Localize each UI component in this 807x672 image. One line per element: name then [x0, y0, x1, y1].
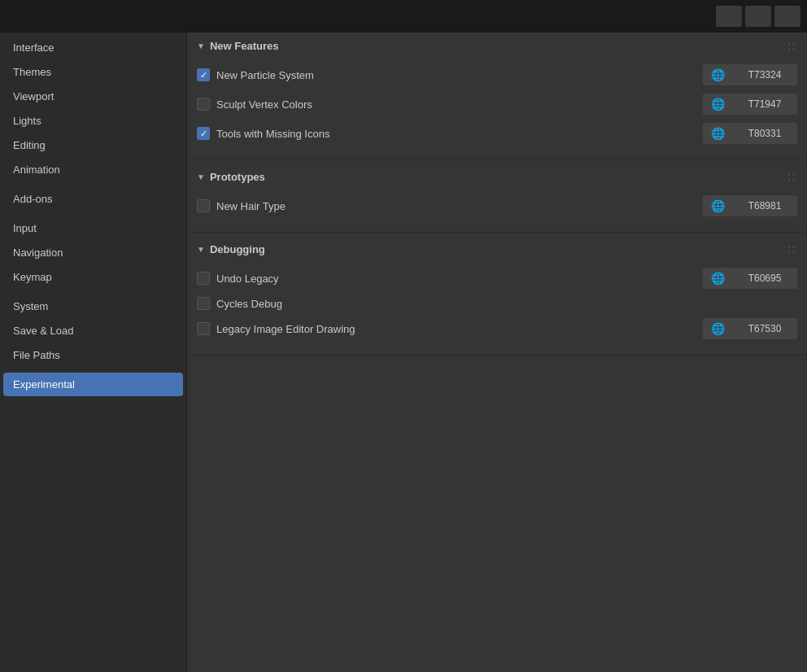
feature-label-new-hair-type: New Hair Type [216, 200, 703, 212]
feature-row-new-particle-system: ✓New Particle System🌐T73324 [194, 60, 800, 89]
globe-button-legacy-image-editor[interactable]: 🌐 [703, 318, 732, 339]
checkbox-sculpt-vertex-colors[interactable] [197, 98, 210, 111]
sidebar-item-viewport[interactable]: Viewport [3, 85, 183, 108]
sidebar-item-experimental[interactable]: Experimental [3, 373, 183, 396]
feature-row-undo-legacy: Undo Legacy🌐T60695 [194, 264, 800, 293]
sidebar-item-lights[interactable]: Lights [3, 109, 183, 133]
sidebar-item-system[interactable]: System [3, 295, 183, 318]
checkbox-undo-legacy[interactable] [197, 272, 210, 285]
maximize-button[interactable] [745, 6, 771, 27]
feature-link-new-hair-type: 🌐T68981 [703, 195, 797, 216]
sidebar-item-editing[interactable]: Editing [3, 133, 183, 157]
section-debugging: ▼ Debugging :: Undo Legacy🌐T60695Cycles … [187, 236, 807, 351]
main-content: ▼ New Features :: ✓New Particle System🌐T… [187, 33, 807, 672]
checkbox-new-hair-type[interactable] [197, 199, 210, 212]
section-title: Prototypes [210, 171, 265, 183]
section-dots-icon: :: [787, 170, 797, 183]
feature-link-legacy-image-editor: 🌐T67530 [703, 318, 797, 339]
feature-label-new-particle-system: New Particle System [216, 69, 703, 81]
sidebar-item-navigation[interactable]: Navigation [3, 241, 183, 264]
title-bar-left [7, 7, 31, 25]
ticket-button-sculpt-vertex-colors[interactable]: T71947 [732, 94, 797, 115]
section-prototypes: ▼ Prototypes :: New Hair Type🌐T68981 [187, 164, 807, 229]
section-new-features: ▼ New Features :: ✓New Particle System🌐T… [187, 33, 807, 156]
sidebar: InterfaceThemesViewportLightsEditingAnim… [0, 33, 187, 672]
feature-link-new-particle-system: 🌐T73324 [703, 64, 797, 85]
feature-link-sculpt-vertex-colors: 🌐T71947 [703, 94, 797, 115]
feature-label-cycles-debug: Cycles Debug [216, 298, 797, 310]
sidebar-footer [3, 643, 183, 669]
sidebar-item-input[interactable]: Input [3, 216, 183, 240]
section-header-left: ▼ Prototypes [197, 171, 265, 183]
ticket-button-tools-missing-icons[interactable]: T80331 [732, 123, 797, 144]
feature-row-sculpt-vertex-colors: Sculpt Vertex Colors🌐T71947 [194, 89, 800, 119]
hamburger-button[interactable] [7, 656, 20, 662]
checkbox-tools-missing-icons[interactable]: ✓ [197, 127, 210, 140]
section-dots-icon: :: [787, 39, 797, 52]
section-header-left: ▼ Debugging [197, 243, 265, 255]
section-header-new-features[interactable]: ▼ New Features :: [187, 33, 807, 59]
feature-label-undo-legacy: Undo Legacy [216, 273, 703, 285]
section-divider [187, 355, 807, 356]
globe-button-new-particle-system[interactable]: 🌐 [703, 64, 732, 85]
section-divider [187, 232, 807, 233]
section-arrow-icon: ▼ [197, 245, 205, 254]
ticket-button-new-particle-system[interactable]: T73324 [732, 64, 797, 85]
globe-button-new-hair-type[interactable]: 🌐 [703, 195, 732, 216]
section-body-prototypes: New Hair Type🌐T68981 [187, 190, 807, 222]
section-header-debugging[interactable]: ▼ Debugging :: [187, 236, 807, 262]
sidebar-item-keymap[interactable]: Keymap [3, 265, 183, 289]
app-body: InterfaceThemesViewportLightsEditingAnim… [0, 33, 807, 672]
sidebar-item-animation[interactable]: Animation [3, 158, 183, 181]
feature-label-tools-missing-icons: Tools with Missing Icons [216, 128, 703, 140]
minimize-button[interactable] [716, 6, 742, 27]
ticket-button-undo-legacy[interactable]: T60695 [732, 268, 797, 289]
feature-row-tools-missing-icons: ✓Tools with Missing Icons🌐T80331 [194, 119, 800, 148]
blender-logo [7, 7, 24, 25]
sidebar-item-themes[interactable]: Themes [3, 60, 183, 84]
section-dots-icon: :: [787, 242, 797, 255]
globe-button-undo-legacy[interactable]: 🌐 [703, 268, 732, 289]
section-arrow-icon: ▼ [197, 41, 205, 50]
window-controls [716, 6, 800, 27]
checkbox-legacy-image-editor[interactable] [197, 322, 210, 335]
feature-link-undo-legacy: 🌐T60695 [703, 268, 797, 289]
feature-link-tools-missing-icons: 🌐T80331 [703, 123, 797, 144]
sidebar-item-save-load[interactable]: Save & Load [3, 319, 183, 343]
section-header-prototypes[interactable]: ▼ Prototypes :: [187, 164, 807, 190]
ticket-button-legacy-image-editor[interactable]: T67530 [732, 318, 797, 339]
section-header-left: ▼ New Features [197, 40, 278, 52]
sidebar-item-file-paths[interactable]: File Paths [3, 343, 183, 367]
ticket-button-new-hair-type[interactable]: T68981 [732, 195, 797, 216]
section-divider [187, 159, 807, 160]
sidebar-item-interface[interactable]: Interface [3, 36, 183, 59]
section-body-new-features: ✓New Particle System🌐T73324Sculpt Vertex… [187, 59, 807, 150]
title-bar [0, 0, 807, 33]
feature-label-sculpt-vertex-colors: Sculpt Vertex Colors [216, 98, 703, 111]
checkbox-new-particle-system[interactable]: ✓ [197, 68, 210, 81]
globe-button-sculpt-vertex-colors[interactable]: 🌐 [703, 94, 732, 115]
section-title: Debugging [210, 243, 265, 255]
section-title: New Features [210, 40, 279, 52]
close-button[interactable] [774, 6, 800, 27]
feature-row-cycles-debug: Cycles Debug [194, 293, 800, 314]
globe-button-tools-missing-icons[interactable]: 🌐 [703, 123, 732, 144]
sidebar-item-addons[interactable]: Add-ons [3, 187, 183, 211]
section-arrow-icon: ▼ [197, 172, 205, 181]
checkbox-cycles-debug[interactable] [197, 297, 210, 310]
section-body-debugging: Undo Legacy🌐T60695Cycles DebugLegacy Ima… [187, 262, 807, 345]
feature-row-legacy-image-editor: Legacy Image Editor Drawing🌐T67530 [194, 314, 800, 343]
feature-row-new-hair-type: New Hair Type🌐T68981 [194, 191, 800, 220]
feature-label-legacy-image-editor: Legacy Image Editor Drawing [216, 323, 703, 335]
